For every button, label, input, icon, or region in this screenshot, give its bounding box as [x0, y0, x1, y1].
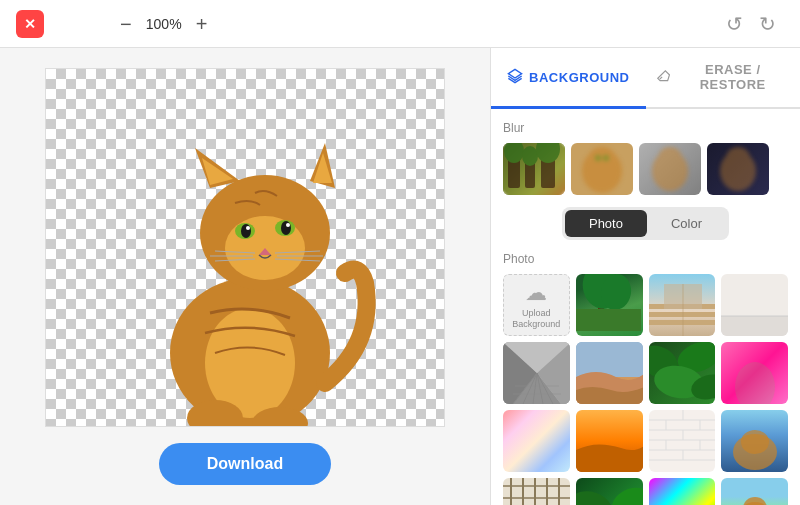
panel-tabs: BACKGROUND ERASE / RESTORE	[491, 48, 800, 109]
svg-point-10	[241, 224, 251, 238]
svg-point-92	[576, 485, 617, 505]
svg-point-11	[281, 221, 291, 235]
svg-point-33	[603, 155, 609, 161]
svg-point-93	[607, 482, 643, 505]
photo-thumb-orange[interactable]	[576, 410, 643, 472]
photo-thumb-corridor[interactable]	[503, 342, 570, 404]
tab-background-label: BACKGROUND	[529, 70, 629, 85]
redo-button[interactable]: ↻	[759, 12, 776, 36]
svg-rect-48	[721, 316, 788, 336]
svg-point-27	[522, 146, 538, 166]
svg-rect-62	[576, 342, 643, 377]
svg-point-25	[504, 143, 524, 163]
photo-thumb-desert[interactable]	[576, 342, 643, 404]
photo-thumb-teal[interactable]	[721, 410, 788, 472]
close-button[interactable]: ✕	[16, 10, 44, 38]
tab-erase-restore-label: ERASE / RESTORE	[676, 62, 791, 92]
svg-point-96	[743, 497, 767, 505]
panel-content: Blur	[491, 109, 800, 505]
photo-color-toggle: Photo Color	[562, 207, 729, 240]
svg-rect-45	[649, 320, 716, 325]
svg-rect-44	[649, 312, 716, 317]
toggle-photo-button[interactable]: Photo	[565, 210, 647, 237]
canvas-area: Download	[0, 48, 490, 505]
photo-thumb-rainbow[interactable]	[649, 478, 716, 505]
blur-thumb-4[interactable]	[707, 143, 769, 195]
svg-rect-42	[576, 309, 641, 331]
photo-thumb-pink[interactable]	[721, 342, 788, 404]
zoom-controls: − 100% +	[120, 14, 207, 34]
photo-thumb-jungle[interactable]	[649, 342, 716, 404]
history-controls: ↺ ↻	[726, 12, 776, 36]
main-content: Download BACKGROUND	[0, 48, 800, 505]
svg-point-31	[588, 147, 616, 171]
upload-background-thumb[interactable]: ☁ Upload Background	[503, 274, 570, 336]
download-button[interactable]: Download	[159, 443, 331, 485]
upload-label: Upload Background	[504, 308, 569, 330]
photo-grid: ☁ Upload Background	[503, 274, 788, 505]
svg-point-35	[658, 147, 682, 169]
photo-section-label: Photo	[503, 252, 788, 266]
photo-thumb-green2[interactable]	[576, 478, 643, 505]
tab-erase-restore[interactable]: ERASE / RESTORE	[646, 48, 801, 109]
svg-point-67	[735, 362, 775, 404]
toolbar: ✕ − 100% + ↺ ↻	[0, 0, 800, 48]
svg-point-81	[741, 430, 769, 454]
blur-thumb-1[interactable]	[503, 143, 565, 195]
zoom-in-button[interactable]: +	[196, 14, 208, 34]
photo-thumb-bamboo[interactable]	[503, 478, 570, 505]
photo-thumb-stairs[interactable]	[649, 274, 716, 336]
blur-thumb-2[interactable]	[571, 143, 633, 195]
layers-icon	[507, 68, 523, 87]
photo-thumb-forest[interactable]	[576, 274, 643, 336]
right-panel: BACKGROUND ERASE / RESTORE Blur	[490, 48, 800, 505]
svg-point-12	[246, 226, 250, 230]
close-icon: ✕	[24, 16, 36, 32]
svg-point-13	[286, 223, 290, 227]
photo-thumb-colorful[interactable]	[503, 410, 570, 472]
zoom-out-button[interactable]: −	[120, 14, 132, 34]
blur-thumb-3[interactable]	[639, 143, 701, 195]
photo-thumb-cat-outdoor[interactable]	[721, 478, 788, 505]
canvas-container	[45, 68, 445, 427]
eraser-icon	[656, 69, 670, 86]
tab-background[interactable]: BACKGROUND	[491, 48, 646, 109]
toggle-color-button[interactable]: Color	[647, 210, 726, 237]
blur-thumbnails	[503, 143, 788, 195]
blur-label: Blur	[503, 121, 788, 135]
cat-image	[95, 68, 395, 427]
zoom-value: 100%	[144, 16, 184, 32]
photo-thumb-brick[interactable]	[649, 410, 716, 472]
svg-point-29	[536, 143, 560, 163]
photo-thumb-white[interactable]	[721, 274, 788, 336]
svg-point-37	[726, 147, 750, 169]
undo-button[interactable]: ↺	[726, 12, 743, 36]
svg-point-32	[595, 155, 601, 161]
upload-icon: ☁	[525, 280, 547, 306]
